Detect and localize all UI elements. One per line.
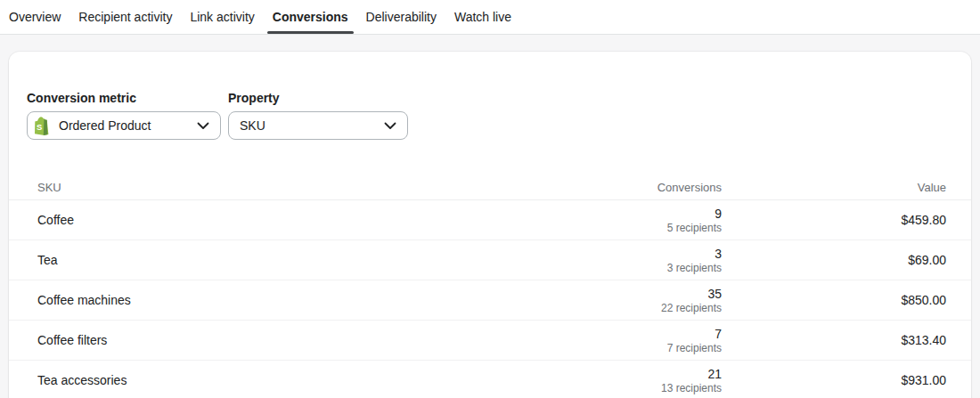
table-header-row: SKU Conversions Value bbox=[9, 175, 971, 200]
conversions-cell: 21 13 recipients bbox=[543, 367, 722, 394]
conversions-cell: 7 7 recipients bbox=[543, 327, 722, 354]
table-row: Coffee machines 35 22 recipients $850.00 bbox=[9, 280, 971, 321]
conversions-cell: 3 3 recipients bbox=[543, 247, 722, 274]
column-header-value: Value bbox=[722, 181, 946, 194]
table-row: Tea accessories 21 13 recipients $931.00 bbox=[9, 361, 971, 398]
chevron-down-icon bbox=[384, 122, 396, 130]
sku-cell: Coffee filters bbox=[37, 333, 543, 347]
conversion-metric-filter: Conversion metric S Ordered Product bbox=[27, 91, 221, 140]
conversion-metric-value: Ordered Product bbox=[59, 118, 197, 133]
property-filter: Property SKU bbox=[228, 91, 408, 140]
property-value: SKU bbox=[240, 118, 384, 133]
page-content: Conversion metric S Ordered Product bbox=[0, 35, 980, 398]
recipients-count: 13 recipients bbox=[543, 382, 722, 394]
sku-cell: Tea accessories bbox=[37, 373, 543, 387]
property-label: Property bbox=[228, 91, 408, 105]
recipients-count: 22 recipients bbox=[543, 302, 722, 314]
tab-recipient-activity[interactable]: Recipient activity bbox=[73, 0, 177, 34]
conversions-cell: 35 22 recipients bbox=[543, 287, 722, 314]
tab-link-activity[interactable]: Link activity bbox=[184, 0, 259, 34]
conversions-card: Conversion metric S Ordered Product bbox=[9, 52, 971, 398]
table-row: Tea 3 3 recipients $69.00 bbox=[9, 240, 971, 280]
conversions-count: 3 bbox=[543, 247, 722, 261]
table-row: Coffee filters 7 7 recipients $313.40 bbox=[9, 321, 971, 361]
tab-watch-live[interactable]: Watch live bbox=[449, 0, 517, 34]
svg-text:S: S bbox=[37, 121, 42, 131]
conversions-table: SKU Conversions Value Coffee 9 5 recipie… bbox=[9, 175, 971, 398]
conversions-count: 21 bbox=[543, 367, 722, 381]
conversions-count: 9 bbox=[543, 207, 722, 221]
conversions-count: 35 bbox=[543, 287, 722, 301]
value-cell: $931.00 bbox=[722, 373, 946, 387]
tab-deliverability[interactable]: Deliverability bbox=[361, 0, 442, 34]
recipients-count: 5 recipients bbox=[543, 222, 722, 234]
sku-cell: Coffee bbox=[37, 213, 543, 227]
conversion-metric-label: Conversion metric bbox=[27, 91, 221, 105]
sku-cell: Coffee machines bbox=[37, 293, 543, 307]
shopify-bag-icon: S bbox=[35, 117, 52, 135]
table-row: Coffee 9 5 recipients $459.80 bbox=[9, 200, 971, 240]
recipients-count: 3 recipients bbox=[543, 262, 722, 274]
filters-row: Conversion metric S Ordered Product bbox=[9, 91, 971, 140]
sku-cell: Tea bbox=[37, 253, 543, 267]
property-select[interactable]: SKU bbox=[228, 111, 408, 140]
value-cell: $459.80 bbox=[722, 213, 946, 227]
chevron-down-icon bbox=[197, 122, 209, 130]
tab-conversions[interactable]: Conversions bbox=[267, 0, 354, 34]
value-cell: $313.40 bbox=[722, 333, 946, 347]
value-cell: $69.00 bbox=[722, 253, 946, 267]
column-header-conversions: Conversions bbox=[543, 181, 722, 194]
report-tabbar: Overview Recipient activity Link activit… bbox=[0, 0, 980, 35]
tab-overview[interactable]: Overview bbox=[4, 0, 66, 34]
conversions-cell: 9 5 recipients bbox=[543, 207, 722, 234]
conversions-count: 7 bbox=[543, 327, 722, 341]
value-cell: $850.00 bbox=[722, 293, 946, 307]
column-header-sku: SKU bbox=[37, 181, 543, 194]
conversion-metric-select[interactable]: S Ordered Product bbox=[27, 111, 221, 140]
recipients-count: 7 recipients bbox=[543, 342, 722, 354]
